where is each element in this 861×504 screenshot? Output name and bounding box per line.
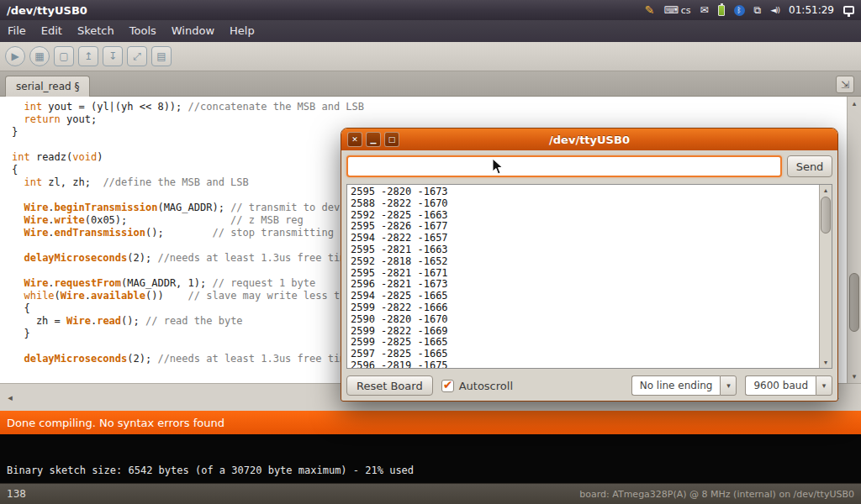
- serial-input-row: Send: [346, 155, 832, 178]
- serial-data-line: 2599 -2822 -1666: [351, 302, 816, 314]
- chevron-down-icon[interactable]: ▾: [816, 375, 832, 396]
- keyboard-layout-indicator[interactable]: ⌨ cs: [663, 5, 690, 16]
- save-button[interactable]: ↧: [103, 46, 123, 66]
- serial-data-line: 2592 -2825 -1663: [351, 210, 816, 222]
- close-icon[interactable]: ✕: [347, 132, 362, 147]
- serial-data-line: 2594 -2825 -1665: [351, 291, 816, 302]
- serial-monitor-window: ✕ ▁ □ /dev/ttyUSB0 Send 2595 -2820 -1673…: [341, 128, 838, 402]
- send-button[interactable]: Send: [787, 155, 832, 177]
- screen: /dev/ttyUSB0 ✎ ⌨ cs ✉ ᛒ ⧉ ◄)) 01:51:29 F…: [0, 0, 861, 504]
- battery-icon[interactable]: [718, 5, 725, 16]
- console-text: Binary sketch size: 6542 bytes (of a 307…: [7, 465, 414, 476]
- autoscroll-checkbox[interactable]: ✔: [441, 380, 454, 392]
- system-tray: ✎ ⌨ cs ✉ ᛒ ⧉ ◄)) 01:51:29: [645, 4, 861, 16]
- board-info: board: ATmega328P(A) @ 8 MHz (internal) …: [579, 489, 854, 500]
- serial-data-line: 2592 -2818 -1652: [351, 256, 816, 268]
- line-ending-select[interactable]: No line ending ▾: [631, 375, 737, 396]
- baud-rate-select[interactable]: 9600 baud ▾: [745, 375, 832, 396]
- keyboard-icon: ⌨: [663, 5, 678, 15]
- serial-data-line: 2599 -2825 -1665: [351, 337, 816, 349]
- serial-data-line: 2596 -2821 -1673: [351, 279, 816, 291]
- scroll-down-icon[interactable]: ▾: [820, 357, 832, 368]
- scroll-up-icon[interactable]: ▴: [820, 185, 832, 196]
- serial-data-line: 2590 -2820 -1670: [351, 314, 816, 326]
- serial-monitor-controls: Reset Board ✔ Autoscroll No line ending …: [346, 375, 832, 396]
- clock[interactable]: 01:51:29: [789, 4, 834, 16]
- serial-output-wrap: 2595 -2820 -16732588 -2822 -16702592 -28…: [346, 184, 832, 369]
- editor-vscrollbar[interactable]: ▴ ▾: [847, 97, 861, 383]
- menu-edit[interactable]: Edit: [34, 20, 70, 42]
- serial-scroll-thumb[interactable]: [821, 197, 831, 234]
- serial-data-line: 2595 -2821 -1671: [351, 268, 816, 280]
- mail-icon[interactable]: ✉: [700, 5, 709, 15]
- serial-data-line: 2599 -2822 -1669: [351, 326, 816, 338]
- serial-data-line: 2595 -2826 -1677: [351, 221, 816, 233]
- tab-label: serial_read §: [16, 81, 79, 92]
- code-line: return yout;: [12, 113, 861, 126]
- status-bar: Done compiling. No syntax errors found: [0, 411, 861, 434]
- line-number-indicator: 138: [7, 488, 26, 500]
- serial-data-line: 2596 -2819 -1675: [351, 360, 816, 368]
- menu-items: FileEditSketchToolsWindowHelp: [0, 20, 262, 42]
- menu-sketch[interactable]: Sketch: [70, 20, 122, 42]
- network-icon[interactable]: ⧉: [754, 5, 762, 15]
- line-ending-value: No line ending: [631, 375, 721, 396]
- check-icon: ✔: [443, 378, 453, 391]
- verify-button[interactable]: ▶: [5, 46, 25, 66]
- panel-window-title: /dev/ttyUSB0: [7, 4, 87, 17]
- minimize-icon[interactable]: ▁: [366, 132, 381, 147]
- tab-serial-read[interactable]: serial_read §: [5, 76, 90, 97]
- session-menu-icon[interactable]: [843, 6, 854, 14]
- serial-data-line: 2597 -2825 -1665: [351, 349, 816, 360]
- autoscroll-option[interactable]: ✔ Autoscroll: [441, 380, 513, 392]
- chevron-down-icon[interactable]: ▾: [720, 375, 737, 396]
- menu-file[interactable]: File: [0, 20, 34, 42]
- stop-button[interactable]: ▦: [29, 46, 50, 66]
- hscroll-left-icon[interactable]: ◂: [3, 390, 18, 405]
- serial-output[interactable]: 2595 -2820 -16732588 -2822 -16702592 -28…: [347, 185, 819, 368]
- serial-monitor-body: Send 2595 -2820 -16732588 -2822 -1670259…: [341, 150, 837, 401]
- serial-send-input[interactable]: [346, 155, 782, 177]
- footer-statusbar: 138 board: ATmega328P(A) @ 8 MHz (intern…: [0, 483, 861, 504]
- bluetooth-icon[interactable]: ᛒ: [734, 5, 745, 16]
- code-line: int yout = (yl|(yh << 8)); //concatenate…: [12, 101, 861, 113]
- serial-data-line: 2595 -2821 -1663: [351, 244, 816, 256]
- toolbar-buttons: ▶▦▢↥↧⤢▤: [5, 46, 172, 66]
- scroll-up-icon[interactable]: ▴: [848, 97, 861, 109]
- vscroll-thumb[interactable]: [849, 273, 859, 332]
- serial-monitor-titlebar[interactable]: ✕ ▁ □ /dev/ttyUSB0: [341, 129, 837, 150]
- reset-board-button[interactable]: Reset Board: [346, 375, 433, 396]
- tab-menu-button[interactable]: ⇲: [836, 76, 854, 93]
- system-panel: /dev/ttyUSB0 ✎ ⌨ cs ✉ ᛒ ⧉ ◄)) 01:51:29: [0, 0, 861, 20]
- baud-rate-value: 9600 baud: [745, 375, 816, 396]
- new-sketch-button[interactable]: ▢: [54, 46, 74, 66]
- serial-data-line: 2588 -2822 -1670: [351, 198, 816, 210]
- serial-data-line: 2595 -2820 -1673: [351, 186, 816, 198]
- keyboard-layout-label: cs: [681, 5, 691, 16]
- menu-help[interactable]: Help: [222, 20, 262, 42]
- autoscroll-label: Autoscroll: [459, 380, 513, 392]
- serial-vscrollbar[interactable]: ▴ ▾: [819, 185, 832, 368]
- open-button[interactable]: ↥: [78, 46, 98, 66]
- menubar: FileEditSketchToolsWindowHelp: [0, 20, 861, 42]
- menu-tools[interactable]: Tools: [122, 20, 164, 42]
- upload-button[interactable]: ⤢: [127, 46, 147, 66]
- status-message: Done compiling. No syntax errors found: [7, 417, 224, 429]
- notes-icon[interactable]: ✎: [645, 4, 655, 16]
- console-output: Binary sketch size: 6542 bytes (of a 307…: [0, 434, 861, 483]
- window-controls: ✕ ▁ □: [347, 132, 399, 147]
- scroll-down-icon[interactable]: ▾: [848, 370, 861, 382]
- serial-monitor-title: /dev/ttyUSB0: [549, 134, 630, 146]
- toolbar: ▶▦▢↥↧⤢▤: [0, 42, 861, 71]
- volume-icon[interactable]: ◄)): [770, 7, 779, 14]
- maximize-icon[interactable]: □: [384, 132, 399, 147]
- serial-data-line: 2594 -2822 -1657: [351, 233, 816, 244]
- tabbar: serial_read § ⇲: [0, 71, 861, 97]
- menu-window[interactable]: Window: [164, 20, 222, 42]
- serial-monitor-button[interactable]: ▤: [151, 46, 172, 66]
